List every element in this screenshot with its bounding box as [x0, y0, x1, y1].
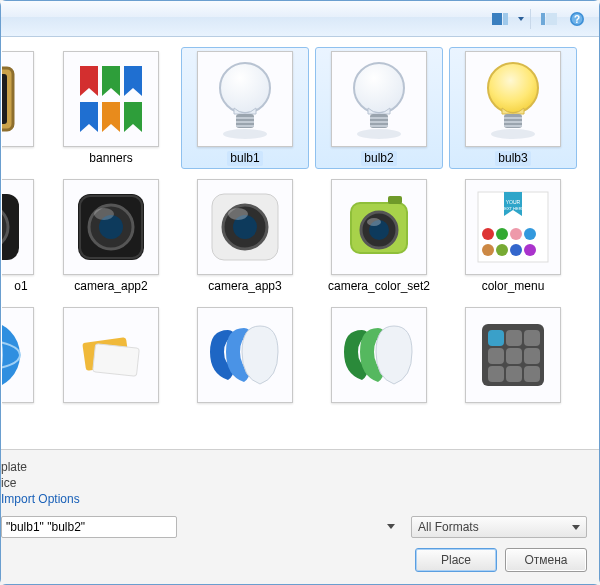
svg-point-50	[482, 228, 494, 240]
svg-point-36	[94, 208, 114, 220]
file-item[interactable]: banners	[47, 47, 175, 169]
svg-rect-0	[492, 13, 502, 25]
svg-rect-26	[504, 121, 522, 123]
cancel-button[interactable]: Отмена	[505, 548, 587, 572]
file-item[interactable]: o1	[1, 175, 41, 297]
file-type-label: All Formats	[418, 520, 479, 534]
svg-point-55	[496, 244, 508, 256]
thumbnail	[1, 307, 34, 403]
thumbnail	[465, 307, 561, 403]
svg-rect-69	[524, 348, 540, 364]
svg-point-40	[228, 208, 248, 220]
svg-rect-43	[388, 196, 402, 204]
svg-point-58	[1, 321, 20, 389]
file-item[interactable]: camera_app2	[47, 175, 175, 297]
svg-rect-71	[506, 366, 522, 382]
file-item[interactable]	[1, 47, 41, 169]
thumbnail	[197, 307, 293, 403]
svg-text:YOUR: YOUR	[506, 199, 521, 205]
file-item[interactable]: camera_app3	[181, 175, 309, 297]
thumbnail	[331, 51, 427, 147]
thumbnail: YOUR TEXT HERE	[465, 179, 561, 275]
svg-point-52	[510, 228, 522, 240]
svg-rect-62	[93, 344, 140, 376]
chevron-down-icon[interactable]	[387, 524, 395, 529]
bottom-panel: plate ice Import Options All Formats Pla…	[1, 449, 599, 584]
svg-rect-72	[524, 366, 540, 382]
svg-rect-68	[506, 348, 522, 364]
svg-rect-8	[1, 74, 7, 124]
titlebar: ?	[1, 1, 599, 37]
file-item[interactable]	[47, 303, 175, 406]
thumbnail	[1, 51, 34, 147]
svg-rect-1	[503, 13, 508, 25]
import-options-link[interactable]: Import Options	[1, 492, 587, 506]
svg-point-54	[482, 244, 494, 256]
thumbnail	[465, 51, 561, 147]
file-caption: camera_app3	[208, 279, 281, 294]
svg-point-17	[354, 63, 404, 113]
view-options-button[interactable]	[537, 8, 561, 30]
thumbnail	[63, 307, 159, 403]
svg-point-10	[223, 129, 267, 139]
thumbnail	[63, 51, 159, 147]
svg-rect-65	[506, 330, 522, 346]
svg-point-16	[357, 129, 401, 139]
svg-point-56	[510, 244, 522, 256]
thumbnail	[331, 307, 427, 403]
svg-point-23	[488, 63, 538, 113]
svg-rect-27	[504, 125, 522, 127]
file-caption: bulb2	[361, 151, 396, 166]
file-dialog: ?	[0, 0, 600, 585]
file-caption: bulb1	[227, 151, 262, 166]
svg-rect-14	[236, 121, 254, 123]
file-caption: o1	[14, 279, 27, 294]
thumbnail	[197, 179, 293, 275]
file-item[interactable]	[1, 303, 41, 406]
file-item[interactable]: bulb3	[449, 47, 577, 169]
svg-point-51	[496, 228, 508, 240]
file-item[interactable]: YOUR TEXT HERE color_menu	[449, 175, 577, 297]
help-button[interactable]: ?	[565, 8, 589, 30]
file-caption: camera_color_set2	[328, 279, 430, 294]
file-item[interactable]: bulb2	[315, 47, 443, 169]
file-item[interactable]: camera_color_set2	[315, 175, 443, 297]
svg-rect-3	[546, 13, 557, 25]
svg-text:?: ?	[574, 14, 580, 25]
option-line: plate	[1, 460, 587, 474]
svg-rect-70	[488, 366, 504, 382]
file-caption: camera_app2	[74, 279, 147, 294]
place-button[interactable]: Place	[415, 548, 497, 572]
svg-rect-13	[236, 117, 254, 119]
file-type-select[interactable]: All Formats	[411, 516, 587, 538]
svg-point-53	[524, 228, 536, 240]
svg-point-57	[524, 244, 536, 256]
thumbnail	[331, 179, 427, 275]
file-grid-area[interactable]: banners bulb1	[1, 37, 599, 449]
svg-rect-20	[370, 121, 388, 123]
file-item[interactable]	[449, 303, 577, 406]
file-caption: banners	[89, 151, 132, 166]
file-caption: bulb3	[495, 151, 530, 166]
svg-rect-25	[504, 117, 522, 119]
svg-text:TEXT HERE: TEXT HERE	[502, 206, 525, 211]
file-item[interactable]	[181, 303, 309, 406]
svg-rect-66	[524, 330, 540, 346]
svg-rect-21	[370, 125, 388, 127]
thumbnail	[63, 179, 159, 275]
options-block: plate ice Import Options	[1, 460, 587, 506]
svg-rect-19	[370, 117, 388, 119]
thumbnail	[1, 179, 34, 275]
file-caption: color_menu	[482, 279, 545, 294]
svg-rect-64	[488, 330, 504, 346]
filename-input[interactable]	[1, 516, 177, 538]
toolbar-separator	[530, 9, 531, 29]
svg-rect-2	[541, 13, 545, 25]
dropdown-caret-icon[interactable]	[518, 17, 524, 21]
svg-rect-15	[236, 125, 254, 127]
file-item[interactable]: bulb1	[181, 47, 309, 169]
svg-point-11	[220, 63, 270, 113]
svg-rect-67	[488, 348, 504, 364]
preview-pane-button[interactable]	[488, 8, 512, 30]
file-item[interactable]	[315, 303, 443, 406]
